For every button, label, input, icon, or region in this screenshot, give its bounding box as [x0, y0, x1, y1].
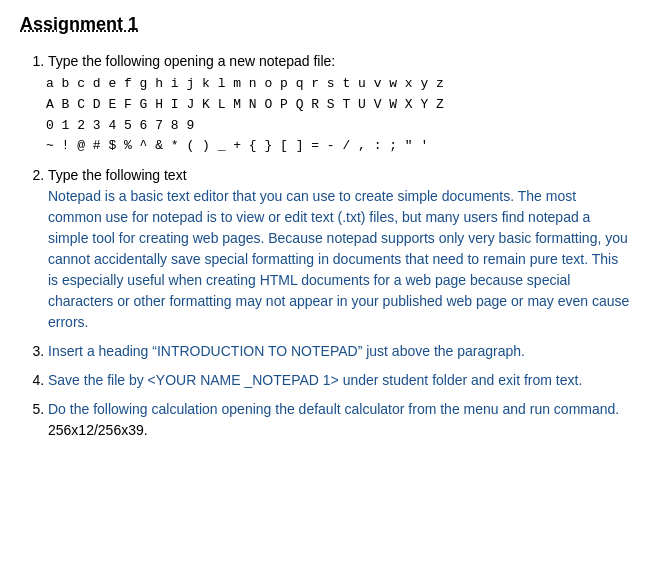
item-1-label: Type the following opening a new notepad… — [48, 53, 335, 69]
list-item: Type the following opening a new notepad… — [48, 51, 632, 157]
page-title: Assignment 1 — [20, 14, 632, 35]
item-3-label: Insert a heading “INTRODUCTION TO NOTEPA… — [48, 343, 525, 359]
item-5-subline: 256x12/256x39. — [48, 422, 148, 438]
code-line-1: a b c d e f g h i j k l m n o p q r s t … — [46, 74, 632, 95]
item-2-paragraph: Notepad is a basic text editor that you … — [48, 188, 629, 330]
item-5-label: Do the following calculation opening the… — [48, 401, 619, 417]
item-2-label: Type the following text — [48, 167, 187, 183]
list-item: Save the file by <YOUR NAME _NOTEPAD 1> … — [48, 370, 632, 391]
list-item: Insert a heading “INTRODUCTION TO NOTEPA… — [48, 341, 632, 362]
code-line-3: 0 1 2 3 4 5 6 7 8 9 — [46, 116, 632, 137]
list-item: Type the following text Notepad is a bas… — [48, 165, 632, 333]
assignment-list: Type the following opening a new notepad… — [20, 51, 632, 441]
item-1-code-lines: a b c d e f g h i j k l m n o p q r s t … — [46, 74, 632, 157]
code-line-4: ~ ! @ # $ % ^ & * ( ) _ + { } [ ] = - / … — [46, 136, 632, 157]
item-4-label: Save the file by <YOUR NAME _NOTEPAD 1> … — [48, 372, 582, 388]
list-item: Do the following calculation opening the… — [48, 399, 632, 441]
code-line-2: A B C D E F G H I J K L M N O P Q R S T … — [46, 95, 632, 116]
